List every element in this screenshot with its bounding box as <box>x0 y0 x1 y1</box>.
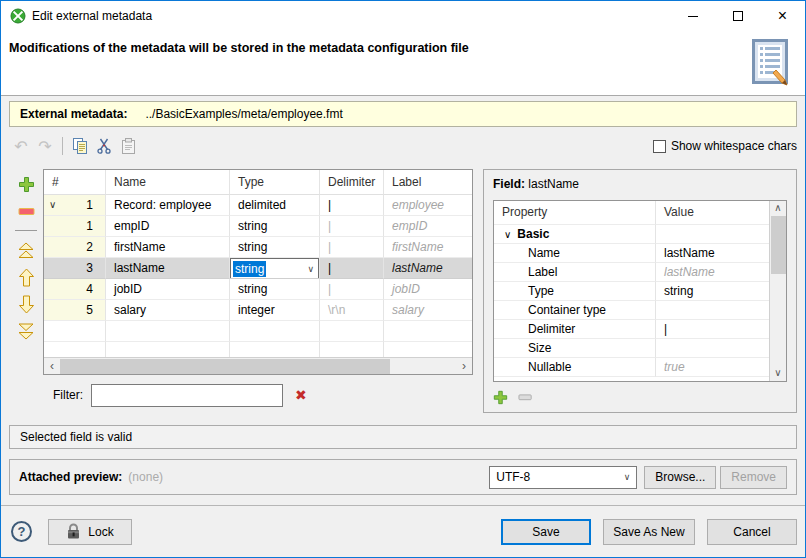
horizontal-scrollbar[interactable]: ‹ › <box>44 357 472 374</box>
column-header-num[interactable]: # <box>44 170 106 195</box>
label-cell[interactable]: firstName <box>384 237 472 258</box>
column-header-name[interactable]: Name <box>106 170 230 195</box>
browse-button[interactable]: Browse... <box>644 466 716 489</box>
property-value[interactable]: | <box>656 320 769 339</box>
property-value[interactable]: lastName <box>656 263 769 282</box>
delimiter-cell[interactable]: | <box>320 237 384 258</box>
scroll-up-icon[interactable]: ∧ <box>770 201 786 216</box>
copy-button[interactable] <box>68 135 92 157</box>
close-button[interactable]: × <box>760 1 805 31</box>
hscroll-thumb[interactable] <box>60 359 390 374</box>
redo-button[interactable]: ↷ <box>33 135 57 157</box>
add-property-icon[interactable] <box>493 390 508 405</box>
empty-cell <box>44 342 106 357</box>
lock-button[interactable]: Lock <box>48 519 132 545</box>
property-row[interactable]: Nullabletrue <box>494 358 769 377</box>
column-header-label[interactable]: Label <box>384 170 472 195</box>
type-combobox[interactable]: string∨ <box>230 258 319 279</box>
field-type-cell[interactable]: string <box>230 279 320 300</box>
delimiter-cell[interactable]: | <box>320 258 384 279</box>
label-cell[interactable]: lastName <box>384 258 472 279</box>
clear-filter-icon[interactable]: ✖ <box>295 388 307 402</box>
property-value[interactable]: string <box>656 282 769 301</box>
property-value[interactable]: lastName <box>656 244 769 263</box>
maximize-button[interactable] <box>715 1 760 31</box>
combo-chevron-icon[interactable]: ∨ <box>303 259 318 279</box>
property-row[interactable]: Container type <box>494 301 769 320</box>
table-row[interactable]: 3lastNamestring∨|lastName <box>44 258 472 279</box>
metadata-table[interactable]: # Name Type Delimiter Label ∨1Record: em… <box>43 169 473 375</box>
encoding-select[interactable]: UTF-8 ∨ <box>489 466 637 489</box>
minimize-button[interactable] <box>670 1 715 31</box>
move-top-button[interactable] <box>15 239 37 261</box>
field-name-cell[interactable]: Record: employee <box>106 195 230 216</box>
remove-button[interactable]: Remove <box>720 466 787 489</box>
table-row[interactable]: 1empIDstring|empID <box>44 216 472 237</box>
property-group-row[interactable]: ∨Basic <box>494 225 769 244</box>
delimiter-cell[interactable]: | <box>320 195 384 216</box>
field-actions-rail <box>9 169 43 417</box>
property-row[interactable]: Delimiter| <box>494 320 769 339</box>
filter-input[interactable] <box>91 384 283 407</box>
cancel-button[interactable]: Cancel <box>707 519 797 545</box>
scroll-left-icon[interactable]: ‹ <box>44 359 60 374</box>
label-cell[interactable]: salary <box>384 300 472 321</box>
column-header-type[interactable]: Type <box>230 170 320 195</box>
table-row[interactable]: 4jobIDstring|jobID <box>44 279 472 300</box>
property-row[interactable]: LabellastName <box>494 263 769 282</box>
delimiter-cell[interactable]: | <box>320 279 384 300</box>
label-cell[interactable]: jobID <box>384 279 472 300</box>
table-row[interactable]: ∨1Record: employeedelimited|employee <box>44 195 472 216</box>
field-name-cell[interactable]: lastName <box>106 258 230 279</box>
label-cell[interactable]: empID <box>384 216 472 237</box>
vscroll-track[interactable] <box>770 216 786 366</box>
save-button-label: Save <box>532 525 559 539</box>
field-type-cell[interactable]: integer <box>230 300 320 321</box>
undo-button[interactable]: ↶ <box>9 135 33 157</box>
move-bottom-button[interactable] <box>15 320 37 342</box>
help-button[interactable]: ? <box>11 521 32 542</box>
cut-button[interactable] <box>92 135 116 157</box>
move-up-button[interactable] <box>15 266 37 288</box>
field-type-cell[interactable]: string <box>230 216 320 237</box>
table-row[interactable]: 2firstNamestring|firstName <box>44 237 472 258</box>
save-button[interactable]: Save <box>501 519 591 545</box>
field-type-cell[interactable]: string <box>230 237 320 258</box>
remove-field-button[interactable] <box>15 200 37 222</box>
save-as-new-button[interactable]: Save As New <box>603 519 695 545</box>
show-whitespace-checkbox[interactable] <box>653 140 666 153</box>
row-number-cell: 5 <box>44 300 106 321</box>
metadata-pane: # Name Type Delimiter Label ∨1Record: em… <box>43 169 473 417</box>
scroll-down-icon[interactable]: ∨ <box>770 366 786 381</box>
field-name-cell[interactable]: firstName <box>106 237 230 258</box>
chevron-down-icon[interactable]: ∨ <box>504 229 511 240</box>
hscroll-track[interactable] <box>60 358 456 375</box>
delimiter-cell[interactable]: | <box>320 216 384 237</box>
property-row[interactable]: Size <box>494 339 769 358</box>
field-name-cell[interactable]: jobID <box>106 279 230 300</box>
column-header-delimiter[interactable]: Delimiter <box>320 170 384 195</box>
property-row[interactable]: Typestring <box>494 282 769 301</box>
remove-property-icon[interactable] <box>518 394 533 401</box>
property-value[interactable] <box>656 339 769 358</box>
column-header-property[interactable]: Property <box>494 201 656 225</box>
column-header-value[interactable]: Value <box>656 201 769 225</box>
paste-button[interactable] <box>116 135 140 157</box>
chevron-down-icon[interactable]: ∨ <box>49 195 56 215</box>
field-name-cell[interactable]: empID <box>106 216 230 237</box>
field-type-cell[interactable]: delimited <box>230 195 320 216</box>
field-name-cell[interactable]: salary <box>106 300 230 321</box>
property-table[interactable]: Property Value ∨BasicNamelastNameLabella… <box>493 200 787 382</box>
move-down-button[interactable] <box>15 293 37 315</box>
property-value[interactable]: true <box>656 358 769 377</box>
add-field-button[interactable] <box>15 173 37 195</box>
scroll-right-icon[interactable]: › <box>456 359 472 374</box>
vertical-scrollbar[interactable]: ∧ ∨ <box>769 201 786 381</box>
vscroll-thumb[interactable] <box>771 216 786 274</box>
property-row[interactable]: NamelastName <box>494 244 769 263</box>
field-type-cell[interactable]: string∨ <box>230 258 320 279</box>
delimiter-cell[interactable]: \r\n <box>320 300 384 321</box>
label-cell[interactable]: employee <box>384 195 472 216</box>
table-row[interactable]: 5salaryinteger\r\nsalary <box>44 300 472 321</box>
property-value[interactable] <box>656 301 769 320</box>
